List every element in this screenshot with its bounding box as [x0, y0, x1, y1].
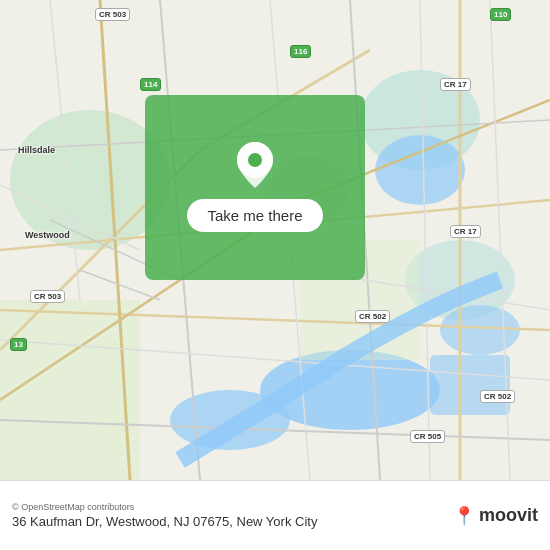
- svg-point-8: [440, 305, 520, 355]
- road-badge-116: 116: [290, 45, 311, 58]
- road-badge-cr503-mid: CR 503: [30, 290, 65, 303]
- map-overlay-panel: Take me there: [145, 95, 365, 280]
- map-container: CR 503 114 116 CR 17 110 CR 503 CR 502 C…: [0, 0, 550, 480]
- bottom-bar: © OpenStreetMap contributors 36 Kaufman …: [0, 480, 550, 550]
- moovit-pin-icon: 📍: [453, 505, 475, 527]
- take-me-there-button[interactable]: Take me there: [187, 199, 322, 232]
- address-text: 36 Kaufman Dr, Westwood, NJ 07675, New Y…: [12, 514, 453, 529]
- road-badge-cr502: CR 502: [355, 310, 390, 323]
- place-label-hillsdale: Hillsdale: [18, 145, 55, 155]
- road-badge-cr17-top: CR 17: [440, 78, 471, 91]
- address-section: © OpenStreetMap contributors 36 Kaufman …: [12, 502, 453, 529]
- svg-point-5: [375, 135, 465, 205]
- location-pin-icon: [233, 143, 277, 187]
- svg-point-34: [248, 153, 262, 167]
- svg-rect-9: [430, 355, 510, 415]
- road-badge-114: 114: [140, 78, 161, 91]
- road-badge-cr505: CR 505: [410, 430, 445, 443]
- road-badge-13: 13: [10, 338, 27, 351]
- place-label-westwood: Westwood: [25, 230, 70, 240]
- moovit-logo-text: moovit: [479, 505, 538, 526]
- road-badge-110: 110: [490, 8, 511, 21]
- road-badge-cr502-right: CR 502: [480, 390, 515, 403]
- road-badge-cr503-top: CR 503: [95, 8, 130, 21]
- road-badge-cr17-mid: CR 17: [450, 225, 481, 238]
- map-attribution: © OpenStreetMap contributors: [12, 502, 453, 512]
- moovit-logo: 📍 moovit: [453, 505, 538, 527]
